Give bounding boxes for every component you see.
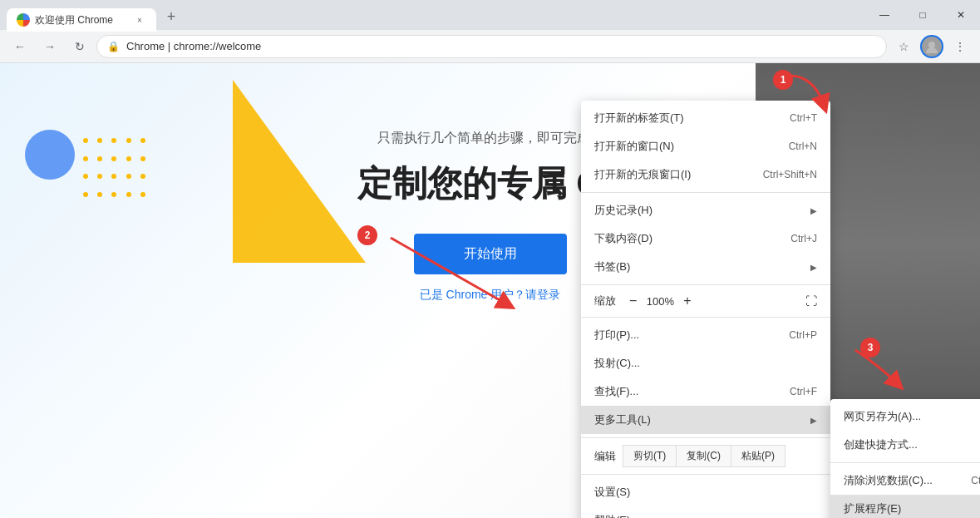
menu-item-label: 设置(S) (594, 485, 817, 500)
paste-button[interactable]: 粘贴(P) (731, 445, 785, 467)
secure-icon: 🔒 (107, 41, 120, 52)
submenu-item-extensions[interactable]: 扩展程序(E) (830, 495, 980, 518)
menu-item-print[interactable]: 打印(P)... Ctrl+P (581, 321, 830, 349)
menu-item-shortcut: Ctrl+F (790, 386, 817, 397)
menu-item-more-tools[interactable]: 更多工具(L) ▶ 网页另存为(A)... Ctrl+S 创建快捷方式... 清… (581, 406, 830, 434)
profile-button[interactable] (920, 35, 943, 58)
menu-item-downloads[interactable]: 下载内容(D) Ctrl+J (581, 224, 830, 253)
menu-item-label: 打开新的标签页(T) (594, 111, 776, 126)
zoom-plus-button[interactable]: + (677, 294, 697, 308)
new-tab-button[interactable]: + (160, 5, 183, 28)
tab-close-button[interactable]: × (133, 13, 146, 27)
copy-button[interactable]: 复制(C) (677, 445, 731, 467)
submenu-more-tools: 网页另存为(A)... Ctrl+S 创建快捷方式... 清除浏览数据(C)..… (830, 399, 980, 518)
menu-separator (830, 462, 980, 463)
back-button[interactable]: ← (7, 33, 33, 60)
close-button[interactable]: ✕ (942, 0, 980, 30)
start-button[interactable]: 开始使用 (414, 234, 567, 274)
zoom-value: 100% (643, 295, 677, 308)
address-text: Chrome | chrome://welcome (126, 40, 261, 52)
menu-item-label: 投射(C)... (594, 356, 817, 371)
menu-button[interactable]: ⋮ (947, 33, 973, 60)
maximize-button[interactable]: □ (904, 0, 942, 30)
zoom-row: 缩放 − 100% + ⛶ (581, 289, 830, 313)
menu-item-label: 打开新的无痕窗口(I) (594, 167, 750, 182)
menu-item-label: 更多工具(L) (594, 412, 807, 427)
window-controls: — □ ✕ (865, 0, 980, 30)
menu-item-label: 下载内容(D) (594, 231, 777, 246)
menu-item-label: 查找(F)... (594, 384, 776, 399)
menu-item-label: 打印(P)... (594, 328, 776, 343)
reload-button[interactable]: ↻ (66, 33, 93, 60)
menu-item-label: 历史记录(H) (594, 203, 807, 218)
edit-label: 编辑 (594, 449, 616, 464)
deco-blue-circle (25, 130, 75, 180)
nav-actions: ☆ ⋮ (890, 33, 973, 60)
signin-link[interactable]: 已是 Chrome 用户？请登录 (420, 288, 561, 303)
submenu-arrow: ▶ (810, 263, 817, 272)
submenu-item-create-shortcut[interactable]: 创建快捷方式... (830, 431, 980, 459)
cut-button[interactable]: 剪切(T) (623, 445, 677, 467)
tab-favicon (17, 13, 30, 27)
annotation-2: 2 (357, 225, 377, 245)
menu-item-label: 扩展程序(E) (844, 501, 980, 516)
deco-dots (83, 138, 150, 205)
menu-item-incognito[interactable]: 打开新的无痕窗口(I) Ctrl+Shift+N (581, 160, 830, 189)
submenu-arrow: ▶ (810, 206, 817, 215)
browser-window: 欢迎使用 Chrome × + — □ ✕ ← → ↻ 🔒 Chrome | c… (0, 0, 980, 518)
menu-separator (581, 317, 830, 318)
forward-button[interactable]: → (37, 33, 63, 60)
page-content: 只需执行几个简单的步骤，即可完成浏 定制您的专属 Ch 开始使用 已是 Chro… (0, 63, 980, 518)
menu-item-label: 打开新的窗口(N) (594, 139, 776, 154)
menu-item-shortcut: Ctrl+J (790, 233, 817, 244)
welcome-subtitle: 只需执行几个简单的步骤，即可完成浏 (377, 130, 603, 147)
menu-separator (581, 437, 830, 438)
menu-item-label: 帮助(E) (594, 513, 807, 518)
avatar-icon (924, 39, 939, 54)
menu-item-label: 创建快捷方式... (844, 437, 980, 452)
menu-item-help[interactable]: 帮助(E) ▶ (581, 506, 830, 518)
zoom-fullscreen-button[interactable]: ⛶ (805, 294, 817, 308)
navigation-bar: ← → ↻ 🔒 Chrome | chrome://welcome ☆ ⋮ (0, 30, 980, 63)
menu-item-history[interactable]: 历史记录(H) ▶ (581, 196, 830, 224)
menu-item-shortcut: Ctrl+T (790, 112, 817, 124)
submenu-arrow: ▶ (810, 416, 817, 425)
annotation-3: 3 (860, 338, 880, 358)
menu-item-new-tab[interactable]: 打开新的标签页(T) Ctrl+T (581, 104, 830, 132)
menu-item-label: 清除浏览数据(C)... (844, 473, 958, 488)
menu-item-settings[interactable]: 设置(S) (581, 478, 830, 506)
menu-separator (581, 284, 830, 285)
context-menu: 打开新的标签页(T) Ctrl+T 打开新的窗口(N) Ctrl+N 打开新的无… (581, 101, 830, 518)
menu-item-label: 书签(B) (594, 259, 807, 274)
tab-strip: 欢迎使用 Chrome × + (7, 0, 183, 30)
annotation-1: 1 (773, 70, 793, 90)
menu-item-bookmarks[interactable]: 书签(B) ▶ (581, 253, 830, 281)
address-bar[interactable]: 🔒 Chrome | chrome://welcome (96, 35, 887, 58)
menu-item-new-window[interactable]: 打开新的窗口(N) Ctrl+N (581, 132, 830, 160)
edit-row: 编辑 剪切(T) 复制(C) 粘贴(P) (581, 442, 830, 471)
deco-yellow-triangle (233, 80, 366, 263)
menu-separator (581, 192, 830, 193)
menu-item-find[interactable]: 查找(F)... Ctrl+F (581, 377, 830, 406)
title-bar: 欢迎使用 Chrome × + — □ ✕ (0, 0, 980, 30)
zoom-minus-button[interactable]: − (623, 294, 643, 308)
menu-item-shortcut: Ctrl+Shift+Del (971, 475, 980, 486)
zoom-label: 缩放 (594, 294, 616, 308)
minimize-button[interactable]: — (865, 0, 904, 30)
bookmark-button[interactable]: ☆ (890, 33, 917, 60)
menu-item-shortcut: Ctrl+N (789, 141, 817, 152)
menu-separator (581, 474, 830, 475)
menu-item-cast[interactable]: 投射(C)... (581, 349, 830, 377)
menu-item-label: 网页另存为(A)... (844, 409, 980, 424)
submenu-item-save-page[interactable]: 网页另存为(A)... Ctrl+S (830, 402, 980, 431)
menu-item-shortcut: Ctrl+P (789, 329, 817, 341)
menu-item-shortcut: Ctrl+Shift+N (763, 169, 817, 180)
submenu-item-clear-data[interactable]: 清除浏览数据(C)... Ctrl+Shift+Del (830, 466, 980, 495)
svg-point-0 (928, 42, 935, 48)
tab-title: 欢迎使用 Chrome (35, 13, 128, 27)
active-tab[interactable]: 欢迎使用 Chrome × (7, 8, 156, 32)
